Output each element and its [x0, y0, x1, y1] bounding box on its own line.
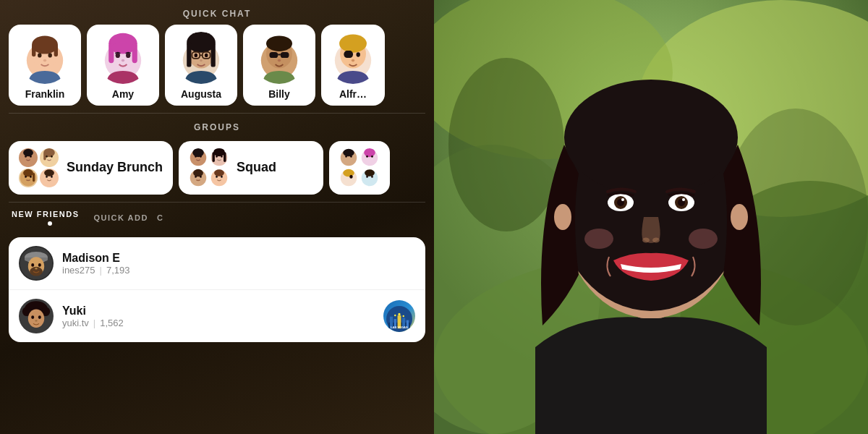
svg-point-5: [38, 53, 41, 57]
friend-avatar-madison: [19, 246, 54, 281]
group-avatars-squad: [189, 148, 229, 187]
svg-point-109: [35, 268, 37, 269]
avatar-name-augusta: Augusta: [181, 88, 221, 100]
friend-avatar-yuki: [19, 299, 54, 333]
svg-rect-72: [224, 152, 226, 162]
svg-point-62: [51, 176, 53, 178]
squad-avatar-3: [189, 169, 208, 187]
groups-row: Sunday Brunch: [0, 141, 434, 195]
las-vegas-sticker: LAS VEGAS: [383, 300, 415, 332]
friend-meta-yuki: yuki.tv | 1,562: [62, 318, 375, 328]
tab-quick-add[interactable]: QUICK ADD: [94, 213, 157, 222]
svg-point-14: [116, 53, 120, 58]
svg-point-153: [689, 229, 718, 249]
svg-point-126: [394, 315, 396, 316]
svg-point-51: [51, 156, 53, 158]
quick-chat-label: QUICK CHAT: [0, 0, 434, 25]
friend-name-madison: Madison E: [62, 252, 415, 265]
svg-point-50: [46, 156, 48, 158]
svg-rect-4: [54, 45, 58, 56]
tab-new-friends[interactable]: NEW FRIENDS: [12, 210, 88, 226]
svg-rect-95: [355, 187, 358, 187]
friends-list: Madison E ines275 | 7,193: [9, 237, 425, 342]
avatar-card-alfred[interactable]: Alfr…: [321, 25, 385, 106]
svg-point-16: [122, 59, 125, 62]
svg-point-44: [25, 156, 27, 158]
svg-point-135: [448, 58, 564, 231]
svg-point-30: [266, 35, 292, 51]
svg-point-117: [35, 320, 37, 321]
svg-point-107: [31, 263, 34, 267]
avatar-card-franklin[interactable]: Franklin: [9, 25, 81, 106]
friend-item-madison[interactable]: Madison E ines275 | 7,193: [9, 237, 425, 290]
svg-point-56: [25, 176, 27, 178]
svg-point-66: [195, 156, 197, 158]
svg-point-61: [46, 176, 48, 178]
friend-info-yuki: Yuki yuki.tv | 1,562: [62, 305, 375, 328]
svg-point-25: [195, 54, 198, 57]
svg-point-92: [371, 156, 373, 158]
avatar-name-amy: Amy: [112, 88, 134, 100]
svg-point-127: [403, 315, 404, 317]
svg-point-100: [371, 176, 373, 178]
friend-item-yuki[interactable]: Yuki yuki.tv | 1,562: [9, 290, 425, 342]
avatar-card-augusta[interactable]: Augusta: [165, 25, 237, 106]
avatar-name-billy: Billy: [268, 88, 290, 100]
svg-point-90: [364, 148, 375, 157]
svg-point-54: [23, 169, 33, 176]
svg-point-149: [682, 198, 685, 201]
svg-rect-3: [32, 45, 35, 56]
svg-point-148: [621, 198, 624, 201]
svg-point-27: [200, 59, 203, 61]
quick-chat-row: Franklin: [0, 25, 434, 106]
avatar-card-amy[interactable]: Amy: [87, 25, 159, 106]
svg-point-74: [221, 156, 223, 158]
svg-point-83: [216, 176, 218, 178]
svg-rect-32: [281, 52, 289, 58]
svg-point-125: [398, 313, 400, 315]
friend-badge-yuki: LAS VEGAS: [383, 300, 415, 332]
svg-point-155: [731, 204, 748, 230]
group-card-squad[interactable]: Squad: [179, 141, 323, 195]
avatar-card-billy[interactable]: Billy: [243, 25, 315, 106]
svg-point-152: [584, 229, 613, 249]
svg-rect-20: [187, 42, 191, 67]
friend-name-yuki: Yuki: [62, 305, 375, 318]
squad-avatar-1: [189, 148, 208, 167]
svg-point-84: [221, 176, 223, 178]
svg-point-39: [357, 52, 360, 56]
avatar-augusta: [175, 32, 227, 84]
friend-meta-madison: ines275 | 7,193: [62, 265, 415, 276]
svg-point-77: [193, 169, 203, 176]
svg-point-40: [352, 59, 355, 62]
avatar-name-franklin: Franklin: [25, 88, 64, 100]
svg-point-99: [366, 176, 368, 178]
avatar-franklin: [19, 32, 71, 84]
group-card-partial[interactable]: [329, 141, 390, 195]
svg-point-6: [48, 53, 52, 57]
tab-active-dot: [48, 221, 52, 226]
svg-point-91: [366, 156, 368, 158]
avatar-billy: [253, 32, 305, 84]
squad-avatar-4: [210, 169, 229, 187]
group-avatar-2: [40, 148, 59, 167]
partial-avatar-3: [339, 169, 358, 187]
partial-avatar-1: [339, 148, 358, 167]
svg-rect-38: [344, 51, 353, 58]
avatar-alfred: [327, 32, 379, 84]
svg-point-43: [23, 149, 33, 156]
avatar-amy: [97, 32, 149, 84]
svg-point-67: [200, 156, 202, 158]
friend-username-yuki: yuki.tv: [62, 318, 89, 328]
section-tabs: NEW FRIENDS QUICK ADD C: [0, 203, 434, 233]
svg-point-88: [350, 156, 352, 158]
svg-point-65: [192, 148, 204, 157]
friend-info-madison: Madison E ines275 | 7,193: [62, 252, 415, 276]
tab-c[interactable]: C: [157, 213, 172, 222]
svg-rect-55: [33, 173, 35, 182]
group-card-sunday-brunch[interactable]: Sunday Brunch: [9, 141, 173, 195]
svg-point-26: [205, 54, 208, 57]
friend-username-madison: ines275: [62, 265, 95, 276]
group-avatars-partial: [339, 148, 380, 187]
svg-point-154: [554, 204, 571, 230]
